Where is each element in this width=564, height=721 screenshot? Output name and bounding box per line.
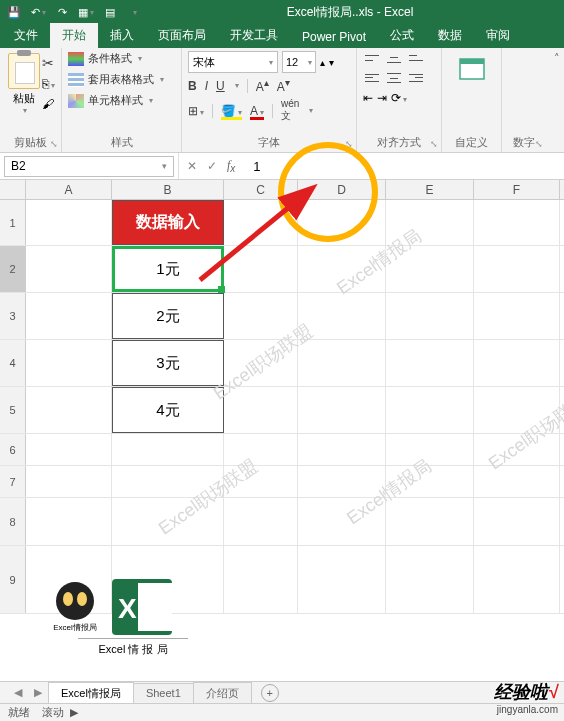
cell-e2[interactable] bbox=[386, 246, 474, 292]
italic-button[interactable]: I bbox=[205, 79, 208, 93]
cell-a5[interactable] bbox=[26, 387, 112, 433]
paste-button[interactable]: 粘贴 ▾ bbox=[6, 51, 42, 115]
cell-b7[interactable] bbox=[112, 466, 224, 497]
cell-d4[interactable] bbox=[298, 340, 386, 386]
row-header-9[interactable]: 9 bbox=[0, 546, 26, 613]
align-left-icon[interactable] bbox=[363, 71, 381, 85]
font-size-select[interactable]: 12▾ bbox=[282, 51, 316, 73]
cancel-formula-icon[interactable]: ✕ bbox=[187, 159, 197, 173]
align-top-icon[interactable] bbox=[363, 51, 381, 65]
fill-color-button[interactable]: 🪣▾ bbox=[221, 104, 242, 118]
cell-a7[interactable] bbox=[26, 466, 112, 497]
font-color-button[interactable]: A▾ bbox=[250, 104, 264, 118]
cell-b2[interactable]: 1元 bbox=[112, 246, 224, 292]
sheet-tab[interactable]: Sheet1 bbox=[133, 683, 194, 702]
cell-f6[interactable] bbox=[474, 434, 560, 465]
cell-e9[interactable] bbox=[386, 546, 474, 613]
redo-icon[interactable]: ↷ bbox=[54, 4, 70, 20]
cell-b5[interactable]: 4元 bbox=[112, 387, 224, 433]
cell-d2[interactable] bbox=[298, 246, 386, 292]
name-box-dropdown-icon[interactable]: ▾ bbox=[162, 161, 167, 171]
phonetic-button[interactable]: wén文 bbox=[281, 98, 299, 123]
add-sheet-icon[interactable]: + bbox=[261, 684, 279, 702]
sheet-tab-active[interactable]: Excel情报局 bbox=[48, 682, 134, 704]
cell-d6[interactable] bbox=[298, 434, 386, 465]
fx-icon[interactable]: fx bbox=[227, 158, 235, 174]
cut-icon[interactable]: ✂ bbox=[42, 55, 55, 71]
font-name-select[interactable]: 宋体▾ bbox=[188, 51, 278, 73]
cell-f8[interactable] bbox=[474, 498, 560, 545]
copy-icon[interactable]: ⎘▾ bbox=[42, 77, 55, 91]
cell-f7[interactable] bbox=[474, 466, 560, 497]
accept-formula-icon[interactable]: ✓ bbox=[207, 159, 217, 173]
bold-button[interactable]: B bbox=[188, 79, 197, 93]
name-box[interactable]: B2 ▾ bbox=[4, 156, 174, 177]
row-header-5[interactable]: 5 bbox=[0, 387, 26, 433]
cell-c3[interactable] bbox=[224, 293, 298, 339]
custom-vba-icon[interactable] bbox=[454, 51, 490, 87]
row-header-2[interactable]: 2 bbox=[0, 246, 26, 292]
format-painter-icon[interactable]: 🖌 bbox=[42, 97, 55, 111]
tab-review[interactable]: 审阅 bbox=[474, 23, 522, 48]
cell-a4[interactable] bbox=[26, 340, 112, 386]
cell-f4[interactable] bbox=[474, 340, 560, 386]
row-header-4[interactable]: 4 bbox=[0, 340, 26, 386]
decrease-font-icon[interactable]: ▾ bbox=[329, 57, 334, 68]
cell-d8[interactable] bbox=[298, 498, 386, 545]
col-header-c[interactable]: C bbox=[224, 180, 298, 199]
undo-icon[interactable]: ↶▾ bbox=[30, 4, 46, 20]
cell-d9[interactable] bbox=[298, 546, 386, 613]
formula-input[interactable]: 1 bbox=[243, 159, 260, 174]
cell-e5[interactable] bbox=[386, 387, 474, 433]
tab-home[interactable]: 开始 bbox=[50, 23, 98, 48]
cell-d3[interactable] bbox=[298, 293, 386, 339]
select-all-triangle[interactable] bbox=[0, 180, 26, 199]
cell-c5[interactable] bbox=[224, 387, 298, 433]
increase-indent-icon[interactable]: ⇥ bbox=[377, 91, 387, 105]
cell-f2[interactable] bbox=[474, 246, 560, 292]
cell-e8[interactable] bbox=[386, 498, 474, 545]
cell-a6[interactable] bbox=[26, 434, 112, 465]
tab-layout[interactable]: 页面布局 bbox=[146, 23, 218, 48]
cell-styles-button[interactable]: 单元格样式▾ bbox=[68, 93, 175, 108]
sheet-tab[interactable]: 介绍页 bbox=[193, 682, 252, 704]
underline-button[interactable]: U bbox=[216, 79, 225, 93]
row-header-1[interactable]: 1 bbox=[0, 200, 26, 245]
number-expand-icon[interactable]: ⤡ bbox=[535, 139, 543, 149]
cell-c2[interactable] bbox=[224, 246, 298, 292]
decrease-font-big-icon[interactable]: A▾ bbox=[277, 77, 290, 94]
cell-f1[interactable] bbox=[474, 200, 560, 245]
row-header-3[interactable]: 3 bbox=[0, 293, 26, 339]
cell-c6[interactable] bbox=[224, 434, 298, 465]
tab-formula[interactable]: 公式 bbox=[378, 23, 426, 48]
sheet-nav-prev-icon[interactable]: ◀ bbox=[8, 686, 28, 699]
cell-d7[interactable] bbox=[298, 466, 386, 497]
font-expand-icon[interactable]: ⤡ bbox=[345, 139, 353, 149]
increase-font-icon[interactable]: ▴ bbox=[320, 57, 325, 68]
cell-a3[interactable] bbox=[26, 293, 112, 339]
align-right-icon[interactable] bbox=[407, 71, 425, 85]
cell-b6[interactable] bbox=[112, 434, 224, 465]
col-header-b[interactable]: B bbox=[112, 180, 224, 199]
decrease-indent-icon[interactable]: ⇤ bbox=[363, 91, 373, 105]
conditional-format-button[interactable]: 条件格式▾ bbox=[68, 51, 175, 66]
align-center-icon[interactable] bbox=[385, 71, 403, 85]
tab-insert[interactable]: 插入 bbox=[98, 23, 146, 48]
cell-c7[interactable] bbox=[224, 466, 298, 497]
col-header-a[interactable]: A bbox=[26, 180, 112, 199]
align-expand-icon[interactable]: ⤡ bbox=[430, 139, 438, 149]
cell-a8[interactable] bbox=[26, 498, 112, 545]
tab-data[interactable]: 数据 bbox=[426, 23, 474, 48]
align-bottom-icon[interactable] bbox=[407, 51, 425, 65]
row-header-8[interactable]: 8 bbox=[0, 498, 26, 545]
orientation-icon[interactable]: ⟳▾ bbox=[391, 91, 407, 105]
cell-f9[interactable] bbox=[474, 546, 560, 613]
cell-b1[interactable]: 数据输入 bbox=[112, 200, 224, 245]
cell-c9[interactable] bbox=[224, 546, 298, 613]
cell-a2[interactable] bbox=[26, 246, 112, 292]
tab-developer[interactable]: 开发工具 bbox=[218, 23, 290, 48]
print-preview-icon[interactable]: ▦▾ bbox=[78, 4, 94, 20]
cell-a1[interactable] bbox=[26, 200, 112, 245]
cell-f5[interactable] bbox=[474, 387, 560, 433]
cell-e3[interactable] bbox=[386, 293, 474, 339]
